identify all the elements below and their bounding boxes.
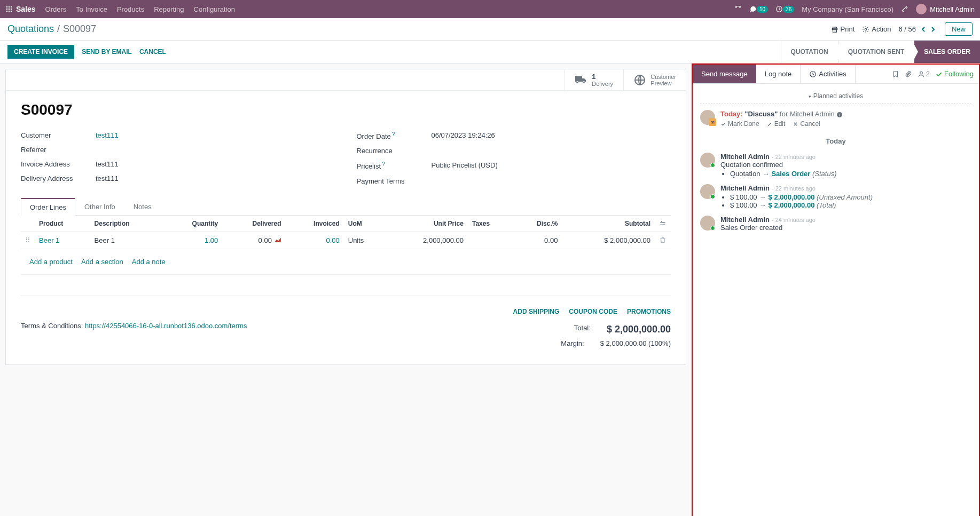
planned-activities-header[interactable]: Planned activities <box>700 89 971 104</box>
add-product-link[interactable]: Add a product <box>29 258 73 266</box>
apps-menu[interactable]: Sales <box>5 5 36 13</box>
invoice-addr-field[interactable]: test111 <box>96 160 119 168</box>
delete-row-button[interactable] <box>655 232 671 249</box>
activity-subject[interactable]: "Discuss" <box>744 110 778 118</box>
edit-button[interactable]: Edit <box>767 120 786 128</box>
menu-reporting[interactable]: Reporting <box>154 5 184 13</box>
coupon-code-link[interactable]: COUPON CODE <box>569 308 617 315</box>
add-note-link[interactable]: Add a note <box>132 258 166 266</box>
col-subtotal[interactable]: Subtotal <box>562 216 655 232</box>
delivery-addr-field[interactable]: test111 <box>96 174 119 182</box>
info-icon[interactable]: i <box>836 112 843 118</box>
cell-invoiced[interactable]: 0.00 <box>286 232 344 249</box>
col-unit-price[interactable]: Unit Price <box>385 216 468 232</box>
drag-handle[interactable]: ⠿ <box>21 232 35 249</box>
send-email-button[interactable]: SEND BY EMAIL <box>82 48 132 55</box>
menu-products[interactable]: Products <box>117 5 144 13</box>
add-section-link[interactable]: Add a section <box>81 258 123 266</box>
cell-taxes[interactable] <box>468 232 512 249</box>
stat-preview[interactable]: Customer Preview <box>623 69 686 90</box>
mark-done-button[interactable]: Mark Done <box>720 120 759 128</box>
create-invoice-button[interactable]: CREATE INVOICE <box>7 45 74 59</box>
cell-disc[interactable]: 0.00 <box>512 232 562 249</box>
shortcuts-button[interactable] <box>734 5 742 13</box>
followers-button[interactable]: 2 <box>918 70 930 78</box>
attachment-icon[interactable] <box>905 70 912 78</box>
new-button[interactable]: New <box>945 22 973 36</box>
col-delivered[interactable]: Delivered <box>222 216 285 232</box>
cancel-activity-button[interactable]: Cancel <box>793 120 820 128</box>
message-author[interactable]: Mitchell Admin <box>720 153 770 161</box>
graph-icon[interactable] <box>274 236 281 243</box>
activities-tab[interactable]: Activities <box>800 65 855 83</box>
user-name: Mitchell Admin <box>930 5 975 13</box>
app-name[interactable]: Sales <box>16 5 36 13</box>
margin-value: $ 2,000,000.00 (100%) <box>600 339 671 347</box>
debug-button[interactable] <box>901 5 908 13</box>
company-selector[interactable]: My Company (San Francisco) <box>802 5 893 13</box>
col-product[interactable]: Product <box>35 216 90 232</box>
col-uom[interactable]: UoM <box>344 216 385 232</box>
svg-rect-1 <box>9 6 10 7</box>
customer-field[interactable]: test111 <box>96 131 119 139</box>
print-button[interactable]: Print <box>831 25 855 33</box>
chevron-right-icon[interactable] <box>929 25 937 34</box>
menu-to-invoice[interactable]: To Invoice <box>76 5 107 13</box>
table-row[interactable]: ⠿ Beer 1 Beer 1 1.00 0.00 0.00 Units 2,0… <box>21 232 671 249</box>
message-time: - 22 minutes ago <box>772 154 816 160</box>
breadcrumb-parent[interactable]: Quotations <box>7 23 54 35</box>
pager-value[interactable]: 6 / 56 <box>898 25 916 33</box>
send-message-tab[interactable]: Send message <box>693 65 756 83</box>
col-description[interactable]: Description <box>90 216 164 232</box>
action-button[interactable]: Action <box>862 25 891 33</box>
svg-rect-5 <box>11 9 12 10</box>
status-quotation[interactable]: QUOTATION <box>781 41 838 63</box>
col-disc[interactable]: Disc.% <box>512 216 562 232</box>
customer-label: Customer <box>21 131 96 139</box>
activities-button[interactable]: 36 <box>775 5 794 13</box>
messages-button[interactable]: 10 <box>749 5 768 13</box>
pricelist-field[interactable]: Public Pricelist (USD) <box>432 161 498 170</box>
add-shipping-link[interactable]: ADD SHIPPING <box>513 308 560 315</box>
tab-other-info[interactable]: Other Info <box>75 198 124 215</box>
svg-rect-2 <box>11 6 12 7</box>
settings-icon[interactable] <box>659 220 667 227</box>
menu-configuration[interactable]: Configuration <box>194 5 235 13</box>
tab-notes[interactable]: Notes <box>124 198 161 215</box>
chevron-left-icon[interactable] <box>919 25 928 34</box>
promotions-link[interactable]: PROMOTIONS <box>627 308 671 315</box>
status-order[interactable]: SALES ORDER <box>914 41 980 63</box>
message-author[interactable]: Mitchell Admin <box>720 216 770 224</box>
cancel-button[interactable]: CANCEL <box>139 48 166 55</box>
cell-quantity[interactable]: 1.00 <box>164 232 222 249</box>
help-icon[interactable]: ? <box>382 161 385 167</box>
menu-orders[interactable]: Orders <box>45 5 67 13</box>
col-taxes[interactable]: Taxes <box>468 216 512 232</box>
tab-order-lines[interactable]: Order Lines <box>21 198 75 216</box>
cell-delivered[interactable]: 0.00 <box>222 232 285 249</box>
stat-delivery[interactable]: 1 Delivery <box>565 69 623 90</box>
breadcrumb-separator: / <box>57 23 60 35</box>
preview-label: Customer Preview <box>650 74 676 86</box>
pricelist-label: Pricelist? <box>357 161 432 170</box>
cell-unit-price[interactable]: 2,000,000.00 <box>385 232 468 249</box>
form-sheet: 1 Delivery Customer Preview S00097 Custo… <box>5 69 686 365</box>
status-sent[interactable]: QUOTATION SENT <box>838 41 914 63</box>
col-quantity[interactable]: Quantity <box>164 216 222 232</box>
cell-product[interactable]: Beer 1 <box>35 232 90 249</box>
log-note-tab[interactable]: Log note <box>756 65 801 83</box>
cell-uom[interactable]: Units <box>344 232 385 249</box>
user-menu[interactable]: Mitchell Admin <box>916 4 975 14</box>
message-author[interactable]: Mitchell Admin <box>720 184 770 192</box>
following-button[interactable]: Following <box>935 70 974 78</box>
help-icon[interactable]: ? <box>392 131 395 137</box>
activity-type-icon: ✉ <box>709 118 716 126</box>
col-invoiced[interactable]: Invoiced <box>286 216 344 232</box>
tracking-value: $ 100.00→$ 2,000,000.00 (Untaxed Amount) <box>730 193 971 201</box>
terms-link[interactable]: https://42554066-16-0-all.runbot136.odoo… <box>85 322 247 330</box>
breadcrumb-current: S00097 <box>63 23 96 35</box>
tracking-value: Quotation→Sales Order (Status) <box>730 170 971 178</box>
order-date-field[interactable]: 06/07/2023 19:24:26 <box>432 131 495 140</box>
bookmark-icon[interactable] <box>892 70 899 78</box>
cell-description[interactable]: Beer 1 <box>90 232 164 249</box>
